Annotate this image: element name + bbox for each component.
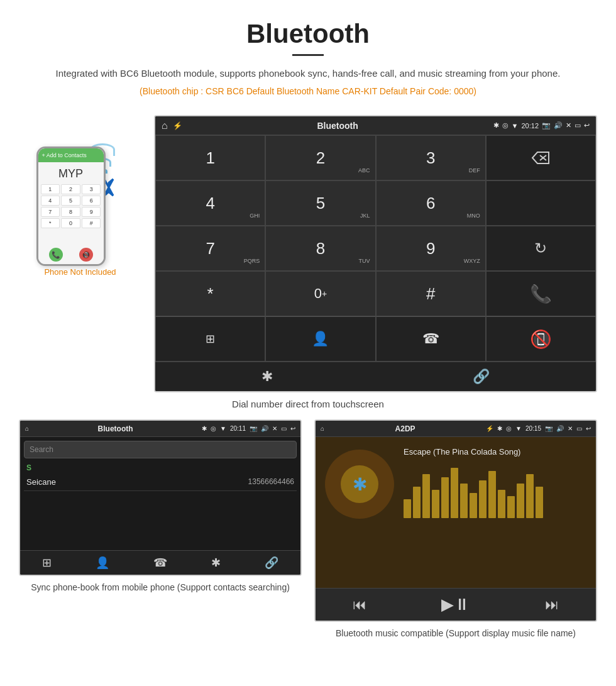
- phone-end-button[interactable]: 📵: [79, 248, 93, 262]
- phone-dial-3[interactable]: 3: [82, 184, 101, 194]
- status-icons: ✱ ◎ ▼ 20:12 📷 🔊 ✕ ▭ ↩: [493, 121, 590, 130]
- status-bar-bluetooth-icon: ⚡: [173, 121, 182, 130]
- phone-dial-7[interactable]: 7: [41, 207, 60, 217]
- dial-backspace[interactable]: [486, 135, 596, 180]
- eq-bar: [498, 490, 505, 518]
- ms-win-icon[interactable]: ▭: [576, 425, 582, 432]
- phonebook-caption-text: Sync phone-book from mobile phone (Suppo…: [31, 582, 290, 592]
- dial-end-call[interactable]: 📵: [486, 316, 596, 362]
- dial-key-1[interactable]: 1: [155, 135, 265, 180]
- head-unit-dial-screen: ⌂ ⚡ Bluetooth ✱ ◎ ▼ 20:12 📷 🔊 ✕ ▭ ↩ 1 2A…: [154, 115, 597, 392]
- pb-back-icon[interactable]: ↩: [290, 425, 295, 432]
- play-pause-button[interactable]: ▶⏸: [441, 595, 470, 614]
- action-bluetooth-icon[interactable]: ✱: [261, 368, 273, 385]
- dial-key-9[interactable]: 9WXYZ: [376, 226, 486, 271]
- pb-vol-icon[interactable]: 🔊: [261, 425, 268, 432]
- music-controls: ⏮ ▶⏸ ⏭: [316, 588, 596, 621]
- dial-key-hash[interactable]: #: [376, 271, 486, 316]
- ms-back-icon[interactable]: ↩: [586, 425, 591, 432]
- eq-bar: [404, 499, 411, 518]
- dial-empty-1: [486, 180, 596, 226]
- ms-signal-icon: ▼: [515, 425, 522, 432]
- phone-not-included-label: Phone Not Included: [44, 267, 116, 277]
- close-icon[interactable]: ✕: [566, 121, 571, 130]
- pb-section-s: S: [24, 461, 297, 473]
- status-bar-title: Bluetooth: [187, 121, 488, 131]
- back-icon[interactable]: ↩: [584, 121, 590, 130]
- dial-action-grid[interactable]: ⊞: [155, 316, 265, 362]
- eq-bar: [422, 474, 430, 518]
- pb-action-bt[interactable]: ✱: [211, 556, 221, 570]
- phone-dial-hash[interactable]: #: [82, 218, 101, 228]
- dial-call-button[interactable]: 📞: [486, 271, 596, 316]
- dial-key-3[interactable]: 3DEF: [376, 135, 486, 180]
- pb-action-contacts[interactable]: 👤: [96, 556, 109, 570]
- music-main-area: ✱ Escape (The Pina Colada Song): [316, 437, 596, 588]
- pb-close-icon[interactable]: ✕: [272, 425, 277, 432]
- ms-vol-icon[interactable]: 🔊: [556, 425, 564, 432]
- pb-contact-row[interactable]: Seicane 13566664466: [24, 473, 297, 491]
- dial-key-0[interactable]: 0+: [265, 271, 375, 316]
- pb-search-bar[interactable]: Search: [24, 441, 297, 458]
- dial-action-phone[interactable]: ☎: [376, 316, 486, 362]
- ms-bt-icon: ✱: [497, 425, 502, 432]
- pb-action-phone[interactable]: ☎: [153, 556, 167, 570]
- phone-section: + Add to Contacts MYP 1 2 3 4 5 6 7 8: [19, 115, 141, 277]
- phonebook-screen: ⌂ Bluetooth ✱ ◎ ▼ 20:11 📷 🔊 ✕ ▭ ↩ Search…: [19, 419, 302, 576]
- home-icon[interactable]: ⌂: [162, 120, 168, 131]
- music-album-art: ✱: [325, 450, 394, 519]
- pb-gps-icon: ◎: [211, 425, 216, 432]
- phone-dial-6[interactable]: 6: [82, 196, 101, 206]
- end-call-icon: 📵: [530, 329, 552, 350]
- dial-pad: 1 2ABC 3DEF 4GHI 5JKL 6MNO 7PQRS 8TUV 9W…: [155, 135, 596, 362]
- volume-icon[interactable]: 🔊: [554, 121, 563, 130]
- phone-call-button[interactable]: 📞: [49, 248, 63, 262]
- dial-refresh[interactable]: ↻: [486, 226, 596, 271]
- eq-bar: [517, 484, 524, 518]
- dial-key-4[interactable]: 4GHI: [155, 180, 265, 226]
- music-bt-logo: ✱: [353, 474, 367, 495]
- page-header: Bluetooth Integrated with BC6 Bluetooth …: [0, 0, 616, 115]
- ms-title: A2DP: [328, 424, 482, 433]
- phone-dial-0[interactable]: 0: [61, 218, 80, 228]
- eq-bar: [441, 477, 449, 518]
- phone-dial-1[interactable]: 1: [41, 184, 60, 194]
- dial-key-5[interactable]: 5JKL: [265, 180, 375, 226]
- dial-key-8[interactable]: 8TUV: [265, 226, 375, 271]
- main-content-row: + Add to Contacts MYP 1 2 3 4 5 6 7 8: [0, 115, 616, 392]
- music-caption-text: Bluetooth music compatible (Support disp…: [336, 628, 576, 638]
- camera-icon[interactable]: 📷: [542, 121, 551, 130]
- phone-dial-grid: 1 2 3 4 5 6 7 8 9 * 0 #: [41, 184, 101, 228]
- dial-action-contacts[interactable]: 👤: [265, 316, 375, 362]
- music-track-name: Escape (The Pina Colada Song): [404, 447, 590, 456]
- music-info: Escape (The Pina Colada Song): [404, 437, 596, 588]
- phone-dial-8[interactable]: 8: [61, 207, 80, 217]
- phone-dial-9[interactable]: 9: [82, 207, 101, 217]
- eq-bar: [413, 487, 421, 518]
- pb-home-icon[interactable]: ⌂: [25, 425, 29, 432]
- pb-action-link[interactable]: 🔗: [265, 556, 278, 570]
- pb-win-icon[interactable]: ▭: [281, 425, 287, 432]
- ms-time: 20:15: [525, 425, 541, 432]
- dial-key-7[interactable]: 7PQRS: [155, 226, 265, 271]
- window-icon[interactable]: ▭: [575, 121, 581, 130]
- gps-icon: ◎: [502, 121, 509, 130]
- phone-dial-star[interactable]: *: [41, 218, 60, 228]
- ms-camera-icon[interactable]: 📷: [545, 425, 553, 432]
- phone-dial-5[interactable]: 5: [61, 196, 80, 206]
- ms-close-icon[interactable]: ✕: [568, 425, 573, 432]
- dial-key-6[interactable]: 6MNO: [376, 180, 486, 226]
- prev-track-button[interactable]: ⏮: [353, 597, 366, 613]
- phone-add-contact: + Add to Contacts: [42, 152, 87, 158]
- music-caption: Bluetooth music compatible (Support disp…: [336, 627, 576, 640]
- pb-action-grid[interactable]: ⊞: [42, 556, 52, 570]
- dial-key-2[interactable]: 2ABC: [265, 135, 375, 180]
- next-track-button[interactable]: ⏭: [545, 597, 559, 613]
- phone-dial-4[interactable]: 4: [41, 196, 60, 206]
- phone-dial-2[interactable]: 2: [61, 184, 80, 194]
- eq-bar: [479, 480, 487, 518]
- ms-home-icon[interactable]: ⌂: [321, 425, 324, 432]
- action-link-icon[interactable]: 🔗: [473, 368, 490, 385]
- pb-camera-icon[interactable]: 📷: [250, 425, 257, 432]
- dial-key-star[interactable]: *: [155, 271, 265, 316]
